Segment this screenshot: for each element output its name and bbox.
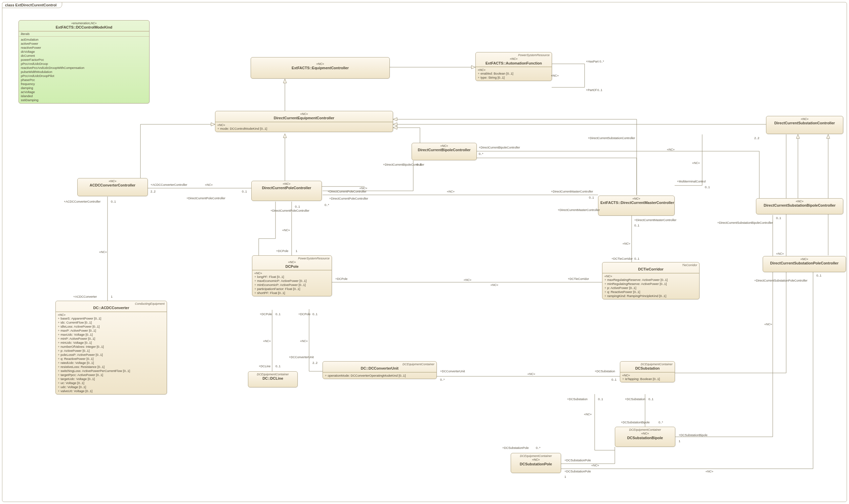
edge-label: 0..1 bbox=[295, 205, 300, 208]
edge-label: +DirectCurrentSubstationBipoleController bbox=[717, 221, 773, 224]
class-DCPoleController: «NC» DirectCurrentPoleController bbox=[251, 181, 322, 201]
edge-label: «NC» bbox=[205, 183, 213, 186]
edge-label: «NC» bbox=[622, 242, 630, 245]
edge-label: 0..1 bbox=[634, 224, 639, 227]
edge-label: 0..1 bbox=[312, 312, 318, 316]
edge-label: «NC» bbox=[360, 186, 367, 190]
class-DCMasterController: «NC» ExtFACTS::DirectCurrentMasterContro… bbox=[598, 196, 675, 216]
class-DCSubstationBipole: DCEquipmentContainer «NC» DCSubstationBi… bbox=[615, 427, 675, 447]
edge-label: «NC» bbox=[527, 372, 535, 376]
edge-label: «NC» bbox=[282, 229, 290, 232]
edge-label: 0..1 bbox=[705, 185, 710, 189]
class-AutomationFunction: PowerSystemResource «NC» ExtFACTS::Autom… bbox=[475, 52, 552, 81]
edge-label: +DCTieCorridor bbox=[612, 257, 633, 260]
edge-label: 0..1 bbox=[111, 200, 116, 203]
class-name: ExtFACTS::DCControlModeKind bbox=[56, 25, 112, 29]
edge-label: +DirectCurrentPoleController bbox=[328, 190, 366, 193]
edge-label: «NC» bbox=[300, 339, 308, 343]
edge-label: «NC» bbox=[692, 161, 700, 165]
edge-label: 0..1 bbox=[612, 378, 616, 381]
edge-label: +DirectCurrentPoleController bbox=[329, 197, 368, 200]
class-DCTieCorridor: TieCorridor DCTieCorridor «NC» maxRegula… bbox=[602, 262, 700, 299]
edge-label: 0..* bbox=[536, 446, 541, 450]
edge-label: +DirectCurrentMasterController bbox=[558, 208, 600, 212]
edge-label: 0..1 bbox=[776, 216, 781, 220]
edge-label: 0..* bbox=[440, 378, 445, 381]
edge-label: +ACDCConverter bbox=[73, 295, 97, 299]
stereo: «enumeration,NC» bbox=[21, 21, 147, 25]
edge-label: +DCPole bbox=[299, 312, 310, 316]
edge-label: +DCPole bbox=[260, 312, 272, 316]
edge-label: +PartOf 0..1 bbox=[586, 88, 602, 92]
edge-label: +HasPart 0..* bbox=[586, 60, 604, 63]
class-EquipmentController: «NC» ExtFACTS::EquipmentController bbox=[251, 57, 390, 79]
edge-label: 0..1 bbox=[634, 257, 639, 260]
edge-label: +DCSubstation bbox=[567, 397, 588, 401]
edge-label: 0..* bbox=[658, 421, 663, 424]
class-DCSubPoleController: «NC» DirectCurrentSubstationPoleControll… bbox=[763, 256, 846, 272]
edge-label: 1 bbox=[564, 475, 566, 479]
edge-label: 1 bbox=[296, 249, 297, 253]
edge-label: +DCSubstation bbox=[625, 397, 645, 401]
edge-label: «NC» bbox=[464, 278, 471, 282]
class-DCLine: DCEquipmentContainer DC::DCLine bbox=[248, 371, 298, 388]
class-DCBipoleController: «NC» DirectCurrentBipoleController bbox=[412, 143, 477, 160]
edge-label: +DirectCurrentPoleController bbox=[270, 209, 309, 212]
edge-label: +DirectCurrentMasterController bbox=[634, 218, 676, 222]
edge-label: 0..1 bbox=[275, 312, 281, 316]
edge-label: 2..2 bbox=[150, 190, 156, 193]
edge-label: +MultiterminalControl bbox=[677, 180, 706, 183]
edge-label: «NC» bbox=[667, 148, 675, 151]
edge-label: +DirectCurrentPoleController bbox=[186, 197, 225, 200]
edge-label: «NC» bbox=[706, 470, 713, 473]
edge-label: +DirectCurrentSubstationController bbox=[588, 137, 635, 140]
edge-label: +DCConverterUnit bbox=[440, 370, 465, 373]
edge-label: +DCTieCorridor bbox=[568, 277, 589, 281]
edge-label: 2..2 bbox=[754, 137, 759, 140]
edge-label: «NC» bbox=[764, 323, 772, 326]
edge-label: «NC» bbox=[447, 190, 455, 193]
edge-label: +DCPole bbox=[335, 277, 347, 281]
edge-label: «NC» bbox=[591, 464, 599, 467]
class-ACDCConverter: ConductingEquipment DC::ACDCConverter «N… bbox=[55, 301, 167, 394]
class-DCSubstationPole: DCEquipmentContainer «NC» DCSubstationPo… bbox=[511, 453, 561, 473]
class-DCConverterUnit: DCEquipmentContainer DC::DCConverterUnit… bbox=[323, 361, 437, 379]
edge-label: «NC» bbox=[490, 283, 498, 287]
class-ACDCConverterController: «NC» ACDCConverterController bbox=[77, 178, 148, 196]
edge-label: 0..1 bbox=[275, 364, 281, 368]
edge-label: 0..1 bbox=[242, 190, 247, 193]
edge-label: «NC» bbox=[99, 250, 107, 254]
edge-label: «NC» bbox=[776, 252, 784, 255]
edge-label: 0..1 bbox=[417, 163, 422, 166]
edge-label: 0..1 bbox=[648, 397, 653, 401]
edge-label: 1 bbox=[679, 439, 680, 443]
edge-label: +DCSubstationBipole bbox=[679, 433, 707, 437]
class-DCEquipController: «NC» DirectCurrentEquipmentController «N… bbox=[215, 111, 393, 132]
edge-label: 0..* bbox=[479, 152, 484, 156]
edge-label: «NC» bbox=[263, 339, 271, 343]
class-DCSubBipoleController: «NC» DirectCurrentSubstationBipoleContro… bbox=[756, 198, 843, 214]
edge-label: 1 bbox=[111, 295, 112, 299]
diagram-title: class ExtDirectCurentControl bbox=[2, 2, 62, 8]
edge-label: 0..1 bbox=[598, 397, 603, 401]
literals-header: literals bbox=[19, 31, 149, 37]
class-DCSubstationController: «NC» DirectCurrentSubstationController bbox=[766, 116, 843, 134]
edge-label: +DCSubstationPole bbox=[564, 458, 591, 462]
edge-label: +DCSubstationPole bbox=[502, 446, 529, 450]
edge-label: +DCSubstationBipole bbox=[621, 421, 650, 424]
class-DCControlModeKind: «enumeration,NC» ExtFACTS::DCControlMode… bbox=[18, 20, 149, 104]
edge-label: «NC» bbox=[584, 413, 592, 416]
enum-literals: acEmulationactivePower reactivePowerdcVo… bbox=[21, 38, 147, 102]
edge-label: +ACDCConverterController bbox=[64, 200, 101, 203]
edge-label: +DirectCurrentBipoleController bbox=[479, 146, 520, 149]
edge-label: +DCLine bbox=[259, 364, 270, 368]
edge-label: +DCConverterUnit bbox=[289, 356, 314, 359]
edge-label: +ACDCConverterController bbox=[150, 183, 187, 186]
edge-label: 0..1 bbox=[816, 274, 821, 277]
class-DCSubstation: DCEquipmentContainer DCSubstation «NC» i… bbox=[620, 361, 675, 382]
edge-label: 2..2 bbox=[312, 361, 318, 364]
edge-label: +DCSubstation bbox=[595, 370, 615, 373]
edge-label: +DirectCurrentMasterController bbox=[551, 190, 593, 193]
edge-label: +DCPole bbox=[276, 249, 288, 253]
edge-label: «NC» bbox=[551, 74, 559, 77]
